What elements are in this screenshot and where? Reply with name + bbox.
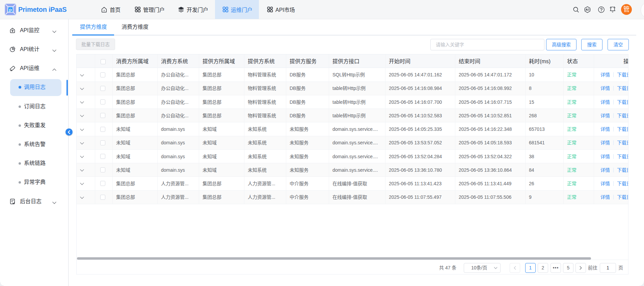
svg-text:p: p (9, 7, 12, 12)
